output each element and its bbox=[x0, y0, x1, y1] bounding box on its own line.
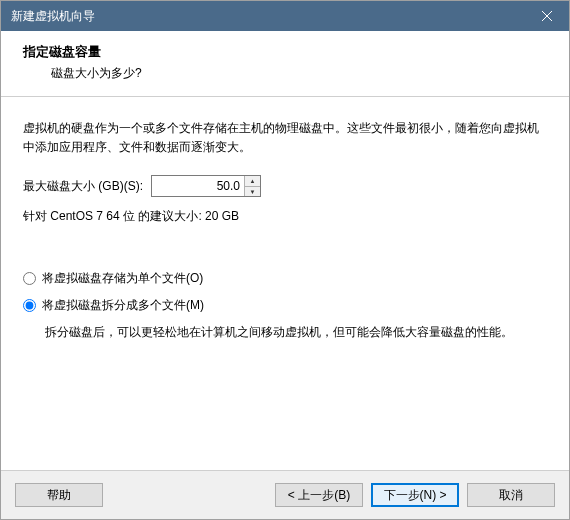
back-button[interactable]: < 上一步(B) bbox=[275, 483, 363, 507]
spinner-buttons: ▲ ▼ bbox=[244, 176, 260, 196]
window-title: 新建虚拟机向导 bbox=[11, 8, 95, 25]
recommended-size-text: 针对 CentOS 7 64 位 的建议大小: 20 GB bbox=[23, 207, 547, 226]
disk-size-input[interactable] bbox=[152, 176, 244, 196]
disk-size-label: 最大磁盘大小 (GB)(S): bbox=[23, 177, 143, 196]
help-button[interactable]: 帮助 bbox=[15, 483, 103, 507]
page-title: 指定磁盘容量 bbox=[23, 43, 547, 61]
disk-size-spinner: ▲ ▼ bbox=[151, 175, 261, 197]
spinner-down-button[interactable]: ▼ bbox=[245, 187, 260, 197]
wizard-content: 虚拟机的硬盘作为一个或多个文件存储在主机的物理磁盘中。这些文件最初很小，随着您向… bbox=[1, 97, 569, 470]
radio-split-files-label: 将虚拟磁盘拆分成多个文件(M) bbox=[42, 296, 204, 315]
radio-single-file-label: 将虚拟磁盘存储为单个文件(O) bbox=[42, 269, 203, 288]
split-description: 拆分磁盘后，可以更轻松地在计算机之间移动虚拟机，但可能会降低大容量磁盘的性能。 bbox=[45, 323, 547, 342]
radio-single-file-input[interactable] bbox=[23, 272, 36, 285]
cancel-button[interactable]: 取消 bbox=[467, 483, 555, 507]
radio-single-file[interactable]: 将虚拟磁盘存储为单个文件(O) bbox=[23, 269, 547, 288]
radio-split-files[interactable]: 将虚拟磁盘拆分成多个文件(M) bbox=[23, 296, 547, 315]
close-icon bbox=[542, 11, 552, 21]
disk-size-row: 最大磁盘大小 (GB)(S): ▲ ▼ bbox=[23, 175, 547, 197]
description-text: 虚拟机的硬盘作为一个或多个文件存储在主机的物理磁盘中。这些文件最初很小，随着您向… bbox=[23, 119, 547, 157]
page-subtitle: 磁盘大小为多少? bbox=[51, 65, 547, 82]
chevron-down-icon: ▼ bbox=[250, 189, 256, 195]
chevron-up-icon: ▲ bbox=[250, 178, 256, 184]
disk-storage-radio-group: 将虚拟磁盘存储为单个文件(O) 将虚拟磁盘拆分成多个文件(M) 拆分磁盘后，可以… bbox=[23, 269, 547, 343]
next-button[interactable]: 下一步(N) > bbox=[371, 483, 459, 507]
wizard-header: 指定磁盘容量 磁盘大小为多少? bbox=[1, 31, 569, 97]
titlebar: 新建虚拟机向导 bbox=[1, 1, 569, 31]
wizard-window: 新建虚拟机向导 指定磁盘容量 磁盘大小为多少? 虚拟机的硬盘作为一个或多个文件存… bbox=[0, 0, 570, 520]
close-button[interactable] bbox=[524, 1, 569, 31]
radio-split-files-input[interactable] bbox=[23, 299, 36, 312]
spinner-up-button[interactable]: ▲ bbox=[245, 176, 260, 187]
wizard-footer: 帮助 < 上一步(B) 下一步(N) > 取消 bbox=[1, 470, 569, 519]
